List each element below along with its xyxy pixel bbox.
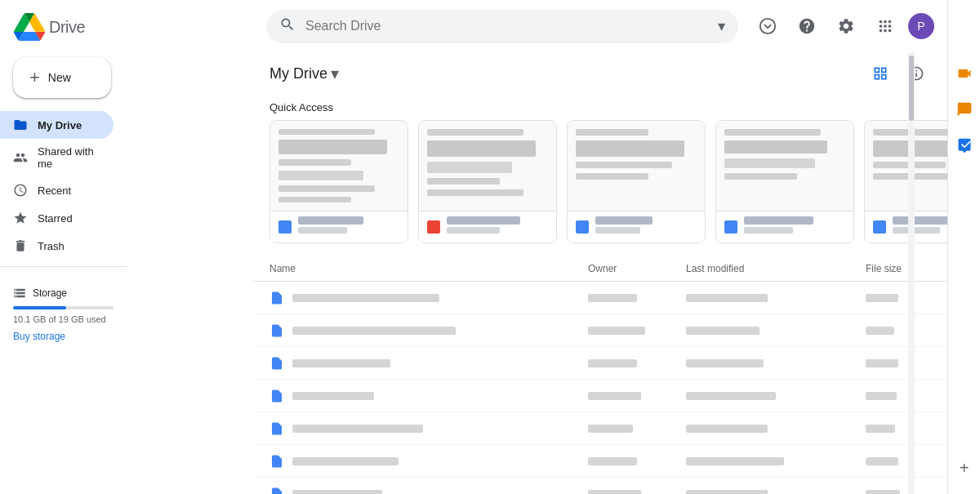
- col-header-size[interactable]: File size: [866, 260, 931, 278]
- qa-date-1: ​: [298, 227, 399, 238]
- settings-support-icon[interactable]: [751, 10, 784, 42]
- sidebar-item-starred[interactable]: Starred: [0, 204, 114, 232]
- sidebar-item-recent[interactable]: Recent: [0, 176, 114, 204]
- star-icon: [13, 211, 28, 225]
- qa-name-1: ​: [298, 216, 399, 227]
- col-header-modified[interactable]: Last modified: [686, 260, 866, 278]
- logo-area: Drive: [0, 7, 127, 51]
- help-icon[interactable]: [791, 10, 823, 42]
- qa-thumb-4: [716, 121, 853, 211]
- qa-footer-3: ​ ​: [568, 211, 705, 243]
- file-size: [866, 294, 931, 302]
- qa-file-icon-4: [724, 220, 737, 234]
- file-list-header: Name Owner Last modified File size: [253, 256, 947, 282]
- content-area: ▾ P My: [127, 0, 947, 494]
- quick-access-card-4[interactable]: ​ ​: [715, 120, 854, 243]
- quick-access-label: Quick Access: [253, 95, 947, 120]
- sidebar-item-my-drive[interactable]: My Drive: [0, 111, 114, 139]
- rp-drive-icon[interactable]: [950, 131, 979, 160]
- info-button[interactable]: [902, 59, 931, 88]
- sidebar-item-trash[interactable]: Trash: [0, 232, 114, 260]
- file-icon: [270, 421, 284, 436]
- qa-file-info-1: ​ ​: [298, 216, 399, 238]
- qa-file-icon-1: [278, 220, 292, 234]
- page-title-chevron: ▾: [331, 64, 339, 83]
- page-title-text: My Drive: [270, 65, 327, 82]
- quick-access-grid: ​ ​: [253, 120, 947, 256]
- file-row[interactable]: [253, 412, 947, 445]
- file-icon: [270, 487, 284, 495]
- col-header-owner[interactable]: Owner: [588, 260, 686, 278]
- main-content: My Drive ▾ Quick Access: [253, 52, 947, 494]
- plus-icon: +: [29, 69, 40, 87]
- search-dropdown-icon[interactable]: ▾: [718, 17, 725, 35]
- qa-footer-5: ​ ​: [865, 211, 947, 243]
- right-panel: +: [947, 0, 980, 494]
- rp-meet-icon[interactable]: [950, 59, 979, 88]
- buy-storage-button[interactable]: Buy storage: [13, 331, 114, 342]
- file-icon: [270, 323, 284, 338]
- qa-thumb-1: [270, 121, 408, 211]
- sidebar: Drive + New My Drive Shared with me Rece…: [0, 0, 127, 494]
- people-icon: [13, 150, 28, 165]
- storage-label: Storage: [13, 287, 114, 300]
- qa-footer-4: ​ ​: [716, 211, 853, 243]
- settings-icon[interactable]: [830, 10, 862, 42]
- sidebar-item-label-shared: Shared with me: [38, 145, 104, 170]
- file-row[interactable]: [253, 347, 947, 380]
- qa-thumb-5: [865, 121, 947, 211]
- quick-access-card-2[interactable]: ​ ​: [418, 120, 557, 243]
- apps-icon[interactable]: [869, 10, 902, 42]
- search-input[interactable]: [305, 19, 708, 33]
- drive-logo-icon: [13, 13, 46, 41]
- trash-icon: [13, 238, 28, 253]
- app-name: Drive: [49, 18, 85, 37]
- col-header-name[interactable]: Name: [270, 260, 588, 278]
- sidebar-item-shared[interactable]: Shared with me: [0, 139, 114, 176]
- qa-footer-2: ​ ​: [419, 211, 556, 243]
- clock-icon: [13, 183, 28, 198]
- storage-section: Storage 10.1 GB of 19 GB used Buy storag…: [0, 280, 127, 349]
- file-owner: [588, 294, 686, 302]
- svg-point-0: [760, 19, 775, 33]
- search-bar[interactable]: ▾: [266, 10, 738, 43]
- user-avatar[interactable]: P: [908, 13, 934, 39]
- qa-file-icon-5: [873, 220, 886, 234]
- scrollbar[interactable]: [908, 52, 915, 494]
- qa-thumb-2: [419, 121, 556, 211]
- storage-bar-fill: [13, 306, 66, 309]
- qa-file-info-2: ​ ​: [447, 216, 548, 238]
- sidebar-item-label-recent: Recent: [38, 185, 71, 197]
- qa-thumb-3: [568, 121, 705, 211]
- quick-access-card-1[interactable]: ​ ​: [270, 120, 408, 243]
- rp-add-icon[interactable]: +: [955, 458, 974, 478]
- file-icon: [270, 454, 284, 469]
- title-actions: [866, 59, 931, 88]
- storage-used-text: 10.1 GB of 19 GB used: [13, 314, 114, 324]
- qa-file-icon-2: [427, 220, 440, 234]
- new-button[interactable]: + New: [13, 57, 111, 98]
- file-row[interactable]: [253, 445, 947, 478]
- file-name-cell: [270, 291, 588, 305]
- rp-chat-icon[interactable]: [950, 95, 979, 124]
- page-title[interactable]: My Drive ▾: [270, 64, 339, 83]
- file-row[interactable]: [253, 314, 947, 347]
- qa-footer-1: ​ ​: [270, 211, 408, 243]
- scrollbar-thumb[interactable]: [909, 56, 914, 121]
- qa-file-icon-3: [576, 220, 589, 234]
- sidebar-item-label-my-drive: My Drive: [38, 119, 82, 131]
- file-row[interactable]: [253, 380, 947, 412]
- file-row[interactable]: [253, 282, 947, 314]
- grid-view-button[interactable]: [866, 59, 895, 88]
- file-row[interactable]: [253, 478, 947, 494]
- file-icon: [270, 356, 284, 371]
- storage-bar-background: [13, 306, 114, 309]
- folder-icon: [13, 118, 28, 132]
- quick-access-card-5[interactable]: ​ ​: [864, 120, 947, 243]
- file-icon: [270, 291, 284, 305]
- header: ▾ P: [253, 0, 947, 52]
- sidebar-item-label-starred: Starred: [38, 212, 73, 225]
- page-title-bar: My Drive ▾: [253, 52, 947, 95]
- header-actions: P: [751, 10, 934, 42]
- quick-access-card-3[interactable]: ​ ​: [567, 120, 706, 243]
